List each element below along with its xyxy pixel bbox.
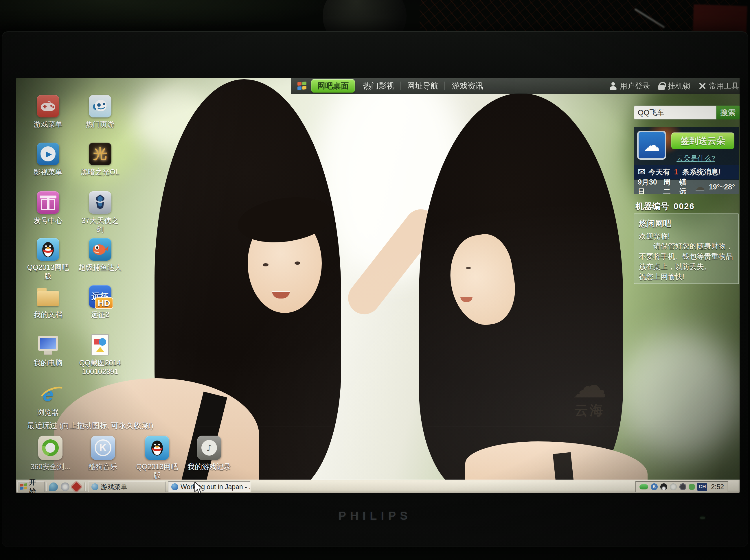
tab-url-navigation[interactable]: 网址导航 — [404, 78, 441, 94]
desktop-icon-label: 热门页游 — [78, 120, 122, 128]
desktop-icon-game-menu[interactable]: 游戏菜单 — [23, 95, 73, 128]
desktop-icon-qq2013[interactable]: QQ2013网吧版 — [23, 238, 73, 280]
tools-icon — [698, 82, 706, 90]
search-input[interactable] — [634, 105, 716, 119]
tab-wangba-desktop[interactable]: 网吧桌面 — [311, 79, 355, 93]
quicklaunch-red-star-icon[interactable] — [72, 482, 81, 492]
what-is-cloud-link[interactable]: 云朵是什么? — [676, 154, 715, 163]
tray-clock[interactable]: 2:52 — [711, 483, 724, 491]
desktop-icon-my-documents[interactable]: 我的文档 — [23, 285, 73, 319]
mouse-cursor — [194, 482, 205, 493]
machine-number-value: 0026 — [674, 202, 695, 211]
hd-badge: HD — [95, 297, 113, 309]
person-icon — [609, 82, 617, 90]
system-tray: K CH 2:52 — [635, 481, 728, 492]
fish-icon — [89, 238, 112, 261]
lock-machine-button[interactable]: 挂机锁 — [658, 78, 690, 94]
language-indicator[interactable]: CH — [697, 483, 707, 491]
common-tools-button[interactable]: 常用工具 — [698, 78, 739, 94]
task-label: 游戏菜单 — [101, 482, 127, 492]
yuanzheng-icon: 远征 HD — [89, 285, 112, 308]
lock-label: 挂机锁 — [668, 81, 690, 91]
windows-flag-icon — [20, 483, 27, 490]
start-button[interactable]: 开始 — [17, 481, 44, 492]
envelope-icon: ✉ — [638, 166, 646, 177]
desktop-icon-label: 我的电脑 — [26, 358, 70, 367]
quicklaunch-messenger-icon[interactable] — [49, 482, 58, 491]
qq-penguin-icon — [145, 436, 169, 460]
image-file-icon — [89, 334, 112, 356]
city-text: 镇远 — [679, 177, 691, 194]
search-bar: 搜索 — [634, 105, 739, 119]
tray-camera-icon[interactable] — [670, 483, 677, 490]
tab-game-news[interactable]: 游戏资讯 — [449, 78, 487, 94]
task-game-menu[interactable]: 游戏菜单 — [88, 481, 165, 492]
desktop-icon-hot-webgames[interactable]: 热门页游 — [76, 95, 125, 128]
taskbar: 开始 游戏菜单 Working out in Japan - ... K — [16, 480, 739, 493]
signin-button[interactable]: 签到送云朵 — [671, 133, 734, 149]
desktop-icon-qq-screenshot[interactable]: QQ截图2014100102391 — [76, 334, 125, 376]
qq-penguin-icon — [37, 238, 59, 261]
search-button[interactable]: 搜索 — [716, 105, 739, 119]
play-glyph: ▶ — [40, 146, 56, 161]
ie-task-icon — [171, 483, 178, 490]
weekday-text: 周二 — [664, 177, 675, 194]
desktop-icon-video-menu[interactable]: ▶ 影视菜单 — [23, 143, 73, 176]
recent-icon-kugou[interactable]: K 酷狗音乐 — [77, 436, 129, 471]
welcome-text: 欢迎光临! — [639, 232, 734, 241]
desktop-screen: ☁ 云海 网吧桌面 热门影视 网址导航 游戏资讯 用户登录 挂机锁 — [16, 78, 739, 493]
cloud-glyph: ☁ — [643, 135, 660, 155]
user-login-label: 用户登录 — [620, 81, 650, 91]
top-bar: 网吧桌面 热门影视 网址导航 游戏资讯 用户登录 挂机锁 常用工具 — [291, 78, 739, 94]
cloud-app-icon[interactable]: ☁ — [637, 131, 666, 160]
tab-hot-movies[interactable]: 热门影视 — [360, 78, 398, 94]
desktop-icon-label: QQ2013网吧版 — [26, 263, 70, 280]
task-working-out-in-japan[interactable]: Working out in Japan - ... — [168, 481, 251, 492]
desktop-icon-my-computer[interactable]: 我的电脑 — [23, 334, 73, 367]
weather-cloud-icon: ☁ — [695, 181, 705, 193]
recent-icon-360-browser[interactable]: 360安全浏... — [24, 436, 76, 471]
system-message-row[interactable]: ✉ 今天有1条系统消息! — [634, 165, 739, 179]
desktop-icon-label: 浏览器 — [26, 408, 70, 417]
recent-icon-qq2013[interactable]: QQ2013网吧版 — [131, 436, 183, 480]
angel-icon — [89, 191, 112, 214]
watermark-text: 云海 — [546, 401, 633, 419]
tray-green-icon[interactable] — [689, 484, 695, 490]
girl-left-eye — [263, 263, 269, 266]
philips-monitor: ☁ 云海 网吧桌面 热门影视 网址导航 游戏资讯 用户登录 挂机锁 — [2, 31, 748, 547]
desktop-icon-dark-light-ol[interactable]: 光 黑暗之光OL — [76, 143, 125, 176]
power-led — [700, 517, 705, 519]
windows-logo-icon[interactable] — [297, 82, 307, 90]
tray-qq-icon[interactable] — [660, 483, 667, 490]
taskbar-separator — [84, 482, 86, 491]
folder-icon — [37, 285, 59, 308]
notice-text: 请保管好您的随身财物，不要将手机、钱包等贵重物品放在桌上，以防丢失。 — [639, 241, 734, 272]
desktop-icon-label: 超级捕鱼达人 — [78, 263, 122, 272]
desktop-icon-angel-sword[interactable]: 37大天使之剑 — [76, 191, 125, 234]
webgame-face-icon — [89, 95, 112, 117]
user-login-button[interactable]: 用户登录 — [609, 78, 650, 94]
ceiling-shadow — [0, 0, 347, 33]
girl-right-hair — [419, 93, 623, 493]
tray-kugou-icon[interactable]: K — [651, 483, 658, 490]
desktop-icon-yuanzheng2[interactable]: 远征 HD 远征2 — [76, 285, 125, 319]
start-label: 开始 — [29, 478, 42, 493]
desktop-icon-label: 远征2 — [78, 310, 122, 319]
desktop-icon-browser[interactable]: e 浏览器 — [23, 383, 73, 417]
desktop-icon-label: 黑暗之光OL — [78, 167, 122, 176]
recent-icon-game-record[interactable]: ♪ 我的游戏记录 — [183, 436, 235, 471]
recent-icon-label: QQ2013网吧版 — [135, 462, 179, 480]
desktop-icon-fishing-master[interactable]: 超级捕鱼达人 — [76, 238, 125, 272]
recently-played-divider — [167, 426, 682, 426]
msg-suffix: 条系统消息! — [682, 167, 721, 177]
desktop-icon-label: 发号中心 — [26, 216, 70, 225]
wish-text: 祝您上网愉快! — [639, 272, 734, 281]
ie-icon: e — [37, 383, 59, 405]
tray-security-icon[interactable] — [679, 483, 686, 490]
tray-green-pill-icon[interactable] — [639, 484, 648, 489]
quicklaunch-disc-icon[interactable] — [61, 482, 70, 491]
girl-left-eye — [295, 261, 300, 265]
recent-icon-label: 我的游戏记录 — [188, 462, 231, 471]
wallpaper-glow — [618, 333, 739, 460]
desktop-icon-key-center[interactable]: 发号中心 — [23, 191, 73, 225]
